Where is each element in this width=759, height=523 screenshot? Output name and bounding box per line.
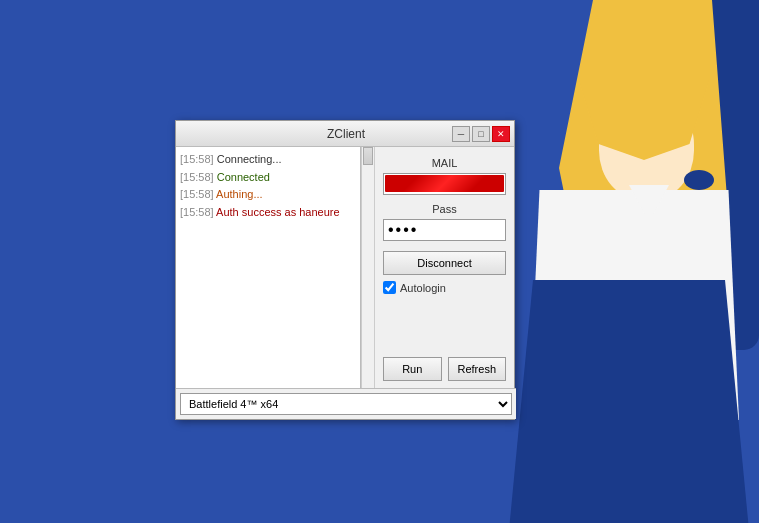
maximize-button[interactable]: □ bbox=[472, 126, 490, 142]
autologin-row: Autologin bbox=[383, 281, 506, 294]
log-line-4: [15:58] Auth success as haneure bbox=[180, 204, 356, 222]
bottom-buttons: Run Refresh bbox=[383, 357, 506, 381]
log-line-2: [15:58] Connected bbox=[180, 169, 356, 187]
titlebar: ZClient ─ □ ✕ bbox=[176, 121, 514, 147]
log-line-1: [15:58] Connecting... bbox=[180, 151, 356, 169]
mail-redact-overlay bbox=[385, 175, 504, 192]
log-scrollbar[interactable] bbox=[361, 147, 375, 389]
log-panel: [15:58] Connecting... [15:58] Connected … bbox=[176, 147, 361, 389]
scroll-thumb[interactable] bbox=[363, 147, 373, 165]
pass-label: Pass bbox=[383, 203, 506, 215]
autologin-label: Autologin bbox=[400, 282, 446, 294]
close-button[interactable]: ✕ bbox=[492, 126, 510, 142]
game-dropdown[interactable]: Battlefield 4™ x64 bbox=[180, 393, 512, 415]
mail-label: MAIL bbox=[383, 157, 506, 169]
window-body: [15:58] Connecting... [15:58] Connected … bbox=[176, 147, 514, 389]
disconnect-button[interactable]: Disconnect bbox=[383, 251, 506, 275]
autologin-checkbox[interactable] bbox=[383, 281, 396, 294]
log-content: [15:58] Connecting... [15:58] Connected … bbox=[176, 147, 360, 389]
controls-panel: MAIL Pass •••• Disconnect Autologin Run bbox=[375, 147, 514, 389]
dropdown-row: Battlefield 4™ x64 bbox=[176, 388, 516, 419]
zclient-window: ZClient ─ □ ✕ [15:58] Connecting... [15:… bbox=[175, 120, 515, 420]
spacer bbox=[383, 298, 506, 353]
titlebar-buttons: ─ □ ✕ bbox=[452, 126, 510, 142]
minimize-button[interactable]: ─ bbox=[452, 126, 470, 142]
run-button[interactable]: Run bbox=[383, 357, 442, 381]
refresh-button[interactable]: Refresh bbox=[448, 357, 507, 381]
mail-input-wrapper bbox=[383, 173, 506, 195]
pass-input-display[interactable]: •••• bbox=[383, 219, 506, 241]
window-title: ZClient bbox=[240, 127, 452, 141]
log-line-3: [15:58] Authing... bbox=[180, 186, 356, 204]
